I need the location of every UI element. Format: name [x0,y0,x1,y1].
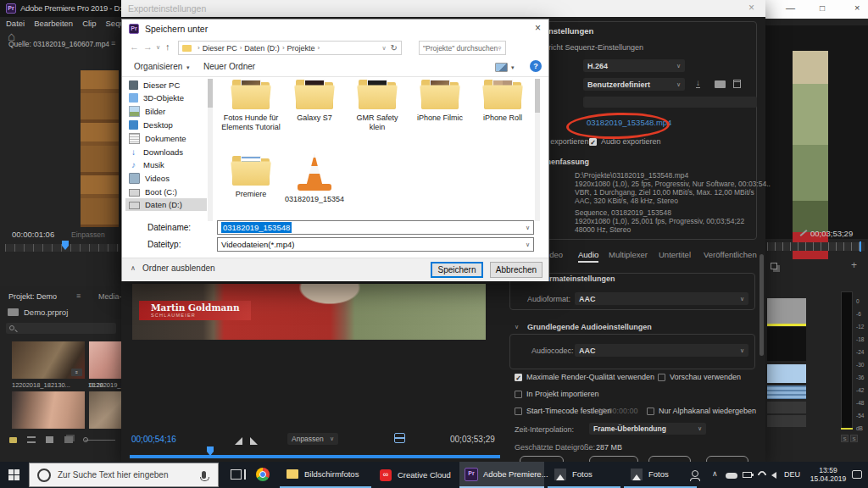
menu-clip[interactable]: Clip [82,19,96,28]
sidebar-item-desktop[interactable]: Desktop [125,119,207,131]
chevron-down-icon[interactable]: ∨ [526,225,530,231]
solo-button-right[interactable]: S [850,435,858,442]
clip-2-name[interactable]: 01282019_1... [89,381,121,389]
panel-menu-icon[interactable]: ≡ [111,39,115,47]
tab-audio[interactable]: Audio [578,250,598,263]
menu-datei[interactable]: Datei [6,19,25,28]
address-bar[interactable]: › Dieser PC › Daten (D:) › Projekte › ∨ … [178,41,402,55]
out-point-icon[interactable] [250,437,258,445]
breadcrumb-projekte[interactable]: Projekte [287,44,315,53]
close-icon[interactable]: × [535,22,541,34]
preview-progress-bar[interactable] [130,455,500,458]
stack-icon[interactable] [64,436,73,443]
tab-projekt[interactable]: Projekt: Demo [8,292,57,301]
thumbnail-view-icon[interactable] [46,436,53,443]
project-search-input[interactable] [6,323,116,334]
max-render-checkbox[interactable]: ✓ [515,374,522,381]
sidebar-item-bilder[interactable]: Bilder [125,104,207,119]
filetype-select[interactable]: Videodateien(*.mp4) ∨ [217,237,534,252]
clip-thumbnail-2[interactable] [89,341,121,379]
folder-item-fotos-hunde[interactable]: Fotos Hunde für Elements Tutorial [221,79,281,132]
format-select[interactable]: H.264∨ [583,59,685,72]
scrollbar-thumb[interactable] [535,79,540,113]
hide-folders-button[interactable]: Ordner ausblenden [142,263,215,273]
import-preset-icon[interactable] [715,80,726,88]
folder-item-gmr-safety[interactable]: GMR Safety klein [348,79,407,132]
taskbar-item-premiere[interactable]: Pr Adobe Premiere... [459,462,544,488]
maximize-icon[interactable]: □ [820,3,825,13]
export-audio-checkbox[interactable]: ✓ [589,138,597,146]
start-timecode-checkbox[interactable] [515,408,522,415]
clock[interactable]: 13:59 15.04.2019 [804,466,853,483]
timeline-clip-gray[interactable] [767,298,806,325]
battery-icon[interactable] [743,472,752,478]
source-monitor-tab[interactable]: Quelle: 03182019_160607.mp4 [8,40,110,48]
search-box[interactable]: "Projekte" durchsuchen ⌕ [419,41,506,55]
zoom-slider-knob[interactable] [83,437,88,442]
save-preset-icon[interactable]: ↓ [696,78,700,88]
preview-fit-select[interactable]: Anpassen∨ [287,433,338,445]
hide-folders-chevron-icon[interactable]: ∧ [131,264,136,272]
minimize-icon[interactable]: — [786,3,795,13]
tab-media-browser[interactable]: Media-Browser [98,292,121,301]
filename-input[interactable]: 03182019_153548 ∨ [217,220,534,235]
layers-icon[interactable] [771,263,777,269]
audio-codec-select[interactable]: AAC∨ [575,344,748,357]
refresh-icon[interactable]: ↻ [391,43,398,53]
clip-thumbnail-1[interactable]: ≡ [12,341,85,379]
clip-1-name[interactable]: 12202018_182130... [12,381,70,389]
people-icon[interactable] [692,470,698,477]
folder-item-premiere[interactable]: Premiere [221,155,281,199]
export-frame-icon[interactable] [394,433,405,443]
close-icon[interactable]: × [854,3,860,13]
close-icon[interactable]: × [748,2,754,14]
sidebar-item-dieser-pc[interactable]: Dieser PC [125,79,207,92]
list-view-icon[interactable] [27,436,36,443]
taskbar-item-fotos-1[interactable]: Fotos [548,462,620,488]
tab-multiplexer[interactable]: Multiplexer [609,250,648,259]
forward-icon[interactable]: → [143,42,153,52]
time-interpolation-select[interactable]: Frame-Überblendung∨ [589,423,706,435]
folder-item-iphone-roll[interactable]: iPhone Roll [473,79,532,123]
breadcrumb-daten-d[interactable]: Daten (D:) [244,44,280,53]
use-preview-checkbox[interactable] [658,374,665,381]
in-point-icon[interactable] [235,437,242,445]
organize-menu-button[interactable]: Organisieren [134,62,182,71]
audio-format-select[interactable]: AAC∨ [575,292,748,305]
project-file-name[interactable]: Demo.prproj [24,308,68,317]
folder-item-galaxy-s7[interactable]: Galaxy S7 [285,79,344,123]
zoom-slider[interactable] [85,440,115,441]
sidebar-item-daten-d[interactable]: Daten (D:) [125,198,207,211]
view-mode-icon[interactable] [495,63,508,72]
program-ruler[interactable] [767,242,865,251]
folder-item-iphone-filmic[interactable]: iPhone Filmic [410,79,470,123]
tab-veroeffentlichen[interactable]: Veröffentlichen [704,250,757,259]
lock-icon[interactable] [9,437,17,443]
export-window-titlebar[interactable]: Exporteinstellungen × [121,0,765,17]
address-dropdown-icon[interactable]: ∨ [381,45,386,52]
file-item-video[interactable]: 03182019_15354 [285,153,344,203]
start-button[interactable] [8,469,19,480]
taskbar-search-box[interactable]: Zur Suche Text hier eingeben [29,463,219,487]
help-icon[interactable]: ? [530,60,542,72]
source-zoom-select[interactable]: Einpassen [71,230,105,239]
import-project-checkbox[interactable] [515,391,522,398]
timeline-audio-clip[interactable] [767,385,806,399]
breadcrumb-dieser-pc[interactable]: Dieser PC [203,44,237,53]
solo-button-left[interactable]: S [841,435,849,442]
settings-scrollbar[interactable] [760,254,764,356]
sidebar-item-videos[interactable]: Videos [125,171,207,186]
comments-input[interactable] [583,97,757,108]
preset-select[interactable]: Benutzerdefiniert∨ [583,78,685,91]
sidebar-item-3d-objekte[interactable]: 3D-Objekte [125,92,207,104]
sidebar-item-downloads[interactable]: ↓Downloads [125,146,207,158]
delete-preset-icon[interactable] [733,80,741,88]
taskbar-item-creative-cloud[interactable]: ∞ Creative Cloud [375,462,456,488]
save-button[interactable]: Speichern [431,262,483,278]
timeline-video-clip[interactable] [767,364,806,383]
alpha-only-checkbox[interactable] [647,408,654,415]
back-icon[interactable]: ← [130,42,139,52]
panel-menu-icon[interactable]: ≡ [76,291,81,300]
up-icon[interactable]: ↑ [165,42,170,52]
file-list-scrollbar[interactable] [535,79,540,221]
